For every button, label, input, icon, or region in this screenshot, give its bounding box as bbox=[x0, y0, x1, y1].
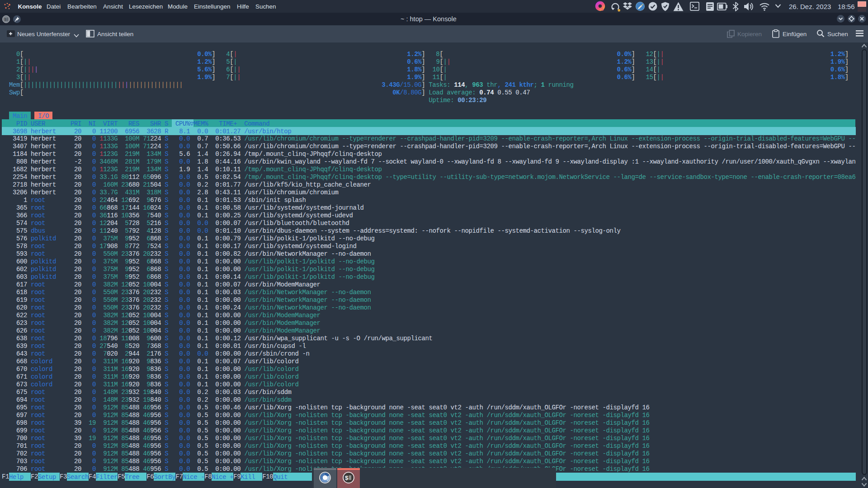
svg-text:$: $ bbox=[345, 474, 349, 481]
svg-text:$: $ bbox=[4, 18, 7, 22]
